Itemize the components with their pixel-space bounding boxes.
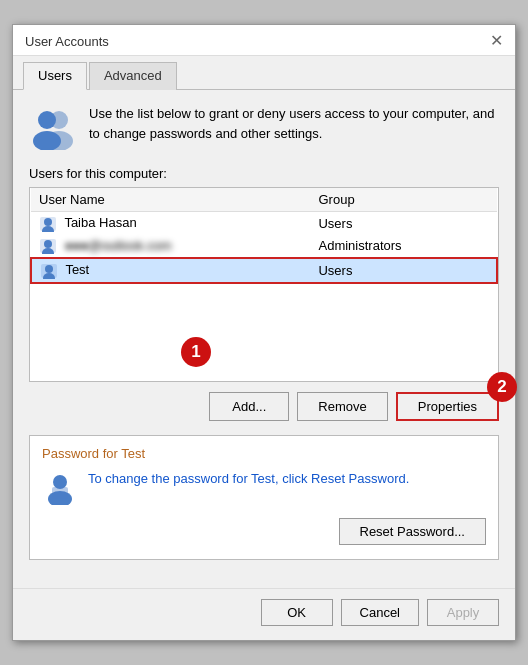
dialog-title: User Accounts [25, 34, 109, 49]
svg-point-8 [44, 240, 52, 248]
badge-2: 2 [487, 372, 517, 402]
add-button[interactable]: Add... [209, 392, 289, 421]
svg-point-11 [45, 265, 53, 273]
user-name-cell: ●●●@outlook.com [31, 235, 310, 259]
password-section-title: Password for Test [42, 446, 486, 461]
dialog: User Accounts ✕ Users Advanced [12, 24, 516, 641]
action-buttons: Add... Remove Properties 2 [29, 392, 499, 421]
close-button[interactable]: ✕ [488, 33, 505, 49]
password-info-row: To change the password for Test, click R… [42, 469, 486, 508]
table-header-row: User Name Group [31, 188, 497, 212]
user-name-cell: Taiba Hasan [31, 212, 310, 235]
table-wrapper: User Name Group [29, 187, 499, 382]
bottom-buttons: OK Cancel Apply [13, 588, 515, 640]
password-section: Password for Test To change the password… [29, 435, 499, 560]
tab-advanced[interactable]: Advanced [89, 62, 177, 90]
tab-users[interactable]: Users [23, 62, 87, 90]
properties-button[interactable]: Properties [396, 392, 499, 421]
svg-point-5 [44, 218, 52, 226]
apply-button[interactable]: Apply [427, 599, 499, 626]
tabs: Users Advanced [13, 56, 515, 90]
reset-password-row: Reset Password... [42, 518, 486, 545]
users-large-icon [29, 106, 77, 150]
ok-button[interactable]: OK [261, 599, 333, 626]
user-table: User Name Group [30, 188, 498, 284]
user-row-icon [40, 263, 58, 279]
group-cell: Users [310, 258, 497, 283]
cancel-button[interactable]: Cancel [341, 599, 419, 626]
svg-point-13 [53, 475, 67, 489]
user-table-container[interactable]: User Name Group [29, 187, 499, 382]
table-row[interactable]: Taiba Hasan Users [31, 212, 497, 235]
reset-password-button[interactable]: Reset Password... [339, 518, 487, 545]
user-row-icon [39, 216, 57, 232]
title-bar: User Accounts ✕ [13, 25, 515, 56]
col-username: User Name [31, 188, 310, 212]
users-icon [29, 104, 77, 152]
svg-point-2 [38, 111, 56, 129]
user-row-icon [39, 238, 57, 254]
user-name-cell: Test [31, 258, 310, 283]
group-cell: Users [310, 212, 497, 235]
table-row-selected[interactable]: Test Users [31, 258, 497, 283]
info-text: Use the list below to grant or deny user… [89, 104, 499, 143]
info-row: Use the list below to grant or deny user… [29, 104, 499, 152]
main-content: Use the list below to grant or deny user… [13, 90, 515, 588]
col-group: Group [310, 188, 497, 212]
section-label: Users for this computer: [29, 166, 499, 181]
remove-button[interactable]: Remove [297, 392, 387, 421]
password-text: To change the password for Test, click R… [88, 469, 486, 489]
badge-1: 1 [181, 337, 211, 367]
password-icon [42, 469, 78, 508]
table-row[interactable]: ●●●@outlook.com Administrators [31, 235, 497, 259]
svg-rect-15 [52, 487, 68, 499]
group-cell: Administrators [310, 235, 497, 259]
